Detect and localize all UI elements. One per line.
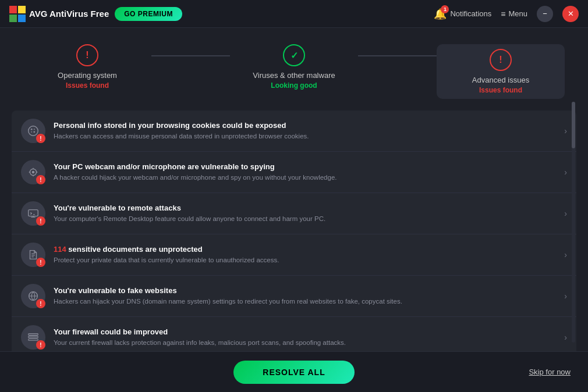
issue-documents-content: 114 sensitive documents are unprotected … <box>54 245 558 265</box>
issue-webcam-title: Your PC webcam and/or microphone are vul… <box>54 162 558 171</box>
issue-remote-badge: ! <box>36 216 45 226</box>
issue-cookies-content: Personal info stored in your browsing co… <box>54 121 558 141</box>
svg-rect-15 <box>29 339 38 341</box>
step-3-circle: ! <box>490 49 512 71</box>
issue-firewall-chevron: › <box>564 333 567 342</box>
issue-firewall-content: Your firewall could be improved Your cur… <box>54 327 558 347</box>
issue-fake-websites-badge: ! <box>36 299 45 308</box>
issue-fake-websites-desc: Hackers can hijack your DNS (domain name… <box>54 297 558 306</box>
svg-point-8 <box>31 131 32 133</box>
scrollbar-thumb[interactable] <box>572 102 575 148</box>
issue-documents-title: 114 sensitive documents are unprotected <box>54 245 558 254</box>
svg-point-6 <box>33 131 35 133</box>
issue-documents-badge: ! <box>36 258 45 267</box>
issue-fake-websites-icon-wrap: ! <box>21 284 45 308</box>
step-operating-system[interactable]: ! Operating system Issues found <box>23 44 151 90</box>
connector-1 <box>151 55 230 56</box>
svg-rect-2 <box>9 15 17 22</box>
issue-remote-chevron: › <box>564 209 567 218</box>
issue-cookies-title: Personal info stored in your browsing co… <box>54 121 558 130</box>
issue-firewall-badge: ! <box>36 340 45 350</box>
step-1-label: Operating system <box>58 71 117 80</box>
issue-documents-desc: Protect your private data that is curren… <box>54 255 558 265</box>
bottom-bar: RESOLVE ALL Skip for now <box>0 351 588 392</box>
svg-rect-11 <box>29 210 38 216</box>
svg-point-5 <box>31 129 33 130</box>
issue-webcam-badge: ! <box>36 175 45 184</box>
issue-remote[interactable]: ! You're vulnerable to remote attacks Yo… <box>12 193 576 234</box>
issue-cookies[interactable]: ! Personal info stored in your browsing … <box>12 111 576 152</box>
step-1-circle: ! <box>76 44 98 66</box>
minimize-button[interactable]: − <box>537 6 553 22</box>
svg-rect-14 <box>29 336 38 338</box>
svg-point-10 <box>32 171 35 174</box>
skip-link[interactable]: Skip for now <box>529 368 571 376</box>
issue-webcam-icon-wrap: ! <box>21 160 45 184</box>
titlebar-right: 🔔 1 Notifications ≡ Menu − ✕ <box>434 6 579 22</box>
issue-fake-websites-title: You're vulnerable to fake websites <box>54 286 558 295</box>
step-advanced[interactable]: ! Advanced issues Issues found <box>437 44 565 99</box>
issue-documents[interactable]: ! 114 sensitive documents are unprotecte… <box>12 234 576 276</box>
svg-point-7 <box>34 129 35 130</box>
issue-remote-title: You're vulnerable to remote attacks <box>54 204 558 212</box>
issue-cookies-desc: Hackers can access and misuse personal d… <box>54 131 558 141</box>
close-button[interactable]: ✕ <box>562 6 579 22</box>
issue-cookies-chevron: › <box>564 126 567 136</box>
svg-rect-1 <box>18 6 26 13</box>
menu-area[interactable]: ≡ Menu <box>501 9 527 19</box>
premium-button[interactable]: GO PREMIUM <box>115 7 182 21</box>
titlebar-left: AVG AntiVirus Free GO PREMIUM <box>9 6 182 22</box>
issue-cookies-icon-wrap: ! <box>21 119 45 143</box>
avg-logo-icon <box>9 6 26 22</box>
step-1-status: Issues found <box>66 81 109 90</box>
issue-fake-websites[interactable]: ! You're vulnerable to fake websites Hac… <box>12 276 576 317</box>
steps-container: ! Operating system Issues found ✓ Viruse… <box>0 28 588 111</box>
step-viruses[interactable]: ✓ Viruses & other malware Looking good <box>230 44 358 90</box>
resolve-all-button[interactable]: RESOLVE ALL <box>233 361 354 384</box>
bell-icon: 🔔 1 <box>434 8 447 20</box>
svg-rect-3 <box>18 15 26 22</box>
issue-webcam-chevron: › <box>564 168 567 177</box>
notifications-label: Notifications <box>450 9 491 18</box>
issues-list: ! Personal info stored in your browsing … <box>12 111 576 358</box>
issue-fake-websites-chevron: › <box>564 291 567 301</box>
issue-documents-icon-wrap: ! <box>21 243 45 267</box>
step-3-status: Issues found <box>479 86 522 94</box>
step-2-label: Viruses & other malware <box>253 71 335 80</box>
issue-firewall-title: Your firewall could be improved <box>54 327 558 336</box>
issue-cookies-badge: ! <box>36 134 45 143</box>
issue-firewall-desc: Your current firewall lacks protection a… <box>54 338 558 347</box>
notifications-area[interactable]: 🔔 1 Notifications <box>434 8 491 20</box>
notification-badge: 1 <box>441 5 449 13</box>
titlebar: AVG AntiVirus Free GO PREMIUM 🔔 1 Notifi… <box>0 0 588 28</box>
issue-firewall-icon-wrap: ! <box>21 325 45 350</box>
issue-fake-websites-content: You're vulnerable to fake websites Hacke… <box>54 286 558 306</box>
svg-rect-0 <box>9 6 17 13</box>
menu-icon: ≡ <box>501 9 505 19</box>
svg-rect-13 <box>29 334 38 336</box>
avg-logo: AVG AntiVirus Free <box>9 6 109 22</box>
step-3-label: Advanced issues <box>472 76 529 84</box>
scrollbar-track <box>572 102 575 343</box>
issue-webcam-content: Your PC webcam and/or microphone are vul… <box>54 162 558 182</box>
issue-remote-content: You're vulnerable to remote attacks Your… <box>54 204 558 223</box>
menu-label: Menu <box>508 9 527 18</box>
connector-2 <box>358 55 437 56</box>
step-2-circle: ✓ <box>283 44 305 66</box>
issue-documents-chevron: › <box>564 250 567 259</box>
issue-webcam[interactable]: ! Your PC webcam and/or microphone are v… <box>12 152 576 193</box>
issue-webcam-desc: A hacker could hijack your webcam and/or… <box>54 173 558 182</box>
app-title: AVG AntiVirus Free <box>29 9 109 19</box>
step-2-status: Looking good <box>271 81 317 90</box>
svg-point-4 <box>29 126 38 136</box>
issue-remote-desc: Your computer's Remote Desktop feature c… <box>54 214 558 223</box>
issue-remote-icon-wrap: ! <box>21 201 45 226</box>
